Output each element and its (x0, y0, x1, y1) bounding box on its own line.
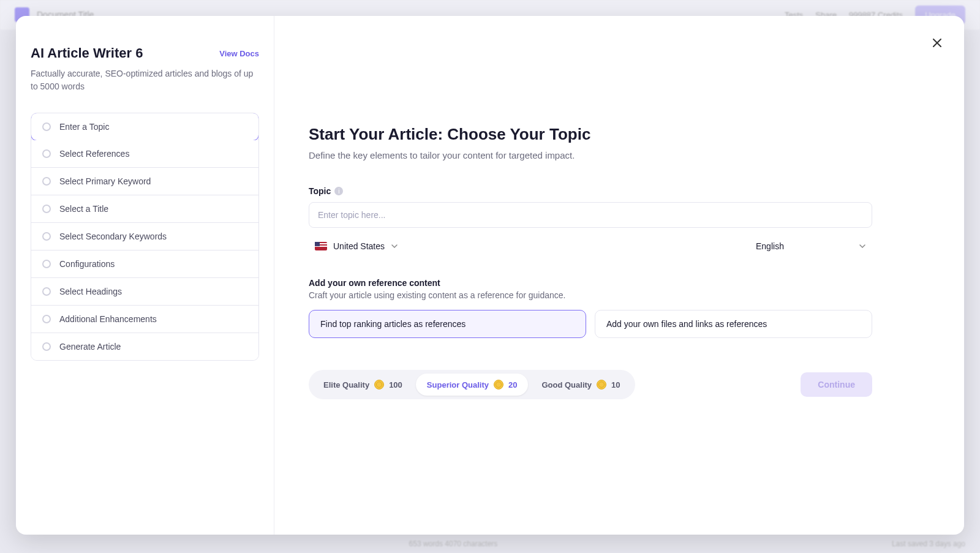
quality-credits: 10 (611, 380, 620, 389)
coin-icon (494, 380, 503, 389)
quality-selector: Elite Quality 100 Superior Quality 20 Go… (309, 370, 635, 399)
chevron-down-icon (391, 243, 398, 250)
page-title: Start Your Article: Choose Your Topic (309, 125, 872, 144)
step-label: Select Headings (59, 287, 122, 296)
continue-button[interactable]: Continue (801, 372, 872, 397)
step-label: Generate Article (59, 342, 121, 352)
topic-input[interactable] (309, 202, 872, 228)
step-indicator-icon (42, 342, 51, 351)
main-panel: Start Your Article: Choose Your Topic De… (274, 16, 964, 535)
step-label: Enter a Topic (59, 122, 109, 132)
word-count: 653 words 4070 characters (409, 540, 498, 548)
step-configurations[interactable]: Configurations (31, 250, 258, 278)
quality-label: Superior Quality (427, 380, 489, 389)
background-footer: 653 words 4070 characters Last saved 3 d… (0, 540, 980, 548)
step-select-title[interactable]: Select a Title (31, 195, 258, 223)
step-indicator-icon (42, 149, 51, 158)
steps-list: Enter a Topic Select References Select P… (31, 113, 259, 361)
step-primary-keyword[interactable]: Select Primary Keyword (31, 168, 258, 195)
step-secondary-keywords[interactable]: Select Secondary Keywords (31, 223, 258, 250)
reference-section-title: Add your own reference content (309, 278, 872, 288)
step-indicator-icon (42, 122, 51, 131)
step-label: Select a Title (59, 204, 108, 214)
step-indicator-icon (42, 232, 51, 241)
step-indicator-icon (42, 177, 51, 186)
step-enter-topic[interactable]: Enter a Topic (31, 113, 259, 141)
step-additional-enhancements[interactable]: Additional Enhancements (31, 306, 258, 333)
step-generate-article[interactable]: Generate Article (31, 333, 258, 360)
step-indicator-icon (42, 315, 51, 323)
step-label: Select Secondary Keywords (59, 231, 167, 241)
sidebar: AI Article Writer 6 View Docs Factually … (16, 16, 274, 535)
quality-elite[interactable]: Elite Quality 100 (312, 374, 413, 396)
close-icon (932, 38, 942, 48)
coin-icon (374, 380, 384, 389)
us-flag-icon (315, 242, 327, 250)
step-indicator-icon (42, 287, 51, 296)
close-button[interactable] (927, 33, 947, 53)
country-label: United States (333, 241, 385, 251)
language-select[interactable]: English (750, 238, 872, 255)
reference-section-subtitle: Craft your article using existing conten… (309, 290, 872, 300)
step-indicator-icon (42, 205, 51, 213)
step-label: Additional Enhancements (59, 314, 157, 324)
ref-option-label: Add your own files and links as referenc… (606, 319, 767, 329)
step-indicator-icon (42, 260, 51, 268)
step-select-references[interactable]: Select References (31, 140, 258, 168)
step-label: Configurations (59, 259, 115, 269)
country-select[interactable]: United States (309, 238, 404, 255)
step-select-headings[interactable]: Select Headings (31, 278, 258, 306)
coin-icon (597, 380, 606, 389)
sidebar-subtitle: Factually accurate, SEO-optimized articl… (31, 67, 259, 93)
quality-credits: 100 (389, 380, 402, 389)
ref-option-own-files[interactable]: Add your own files and links as referenc… (595, 310, 872, 338)
quality-superior[interactable]: Superior Quality 20 (416, 374, 529, 396)
article-writer-modal: AI Article Writer 6 View Docs Factually … (16, 16, 964, 535)
topic-label: Topic (309, 186, 331, 196)
quality-credits: 20 (508, 380, 517, 389)
quality-label: Good Quality (541, 380, 592, 389)
step-label: Select References (59, 149, 129, 159)
language-label: English (756, 241, 784, 251)
ref-option-label: Find top ranking articles as references (320, 319, 466, 329)
info-icon[interactable]: i (334, 187, 343, 195)
step-label: Select Primary Keyword (59, 176, 151, 186)
view-docs-link[interactable]: View Docs (219, 49, 259, 58)
last-saved: Last saved 3 days ago (892, 540, 965, 548)
quality-good[interactable]: Good Quality 10 (530, 374, 631, 396)
quality-label: Elite Quality (323, 380, 369, 389)
page-subtitle: Define the key elements to tailor your c… (309, 150, 872, 160)
chevron-down-icon (859, 243, 866, 250)
sidebar-title: AI Article Writer 6 (31, 45, 143, 61)
ref-option-top-ranking[interactable]: Find top ranking articles as references (309, 310, 586, 338)
